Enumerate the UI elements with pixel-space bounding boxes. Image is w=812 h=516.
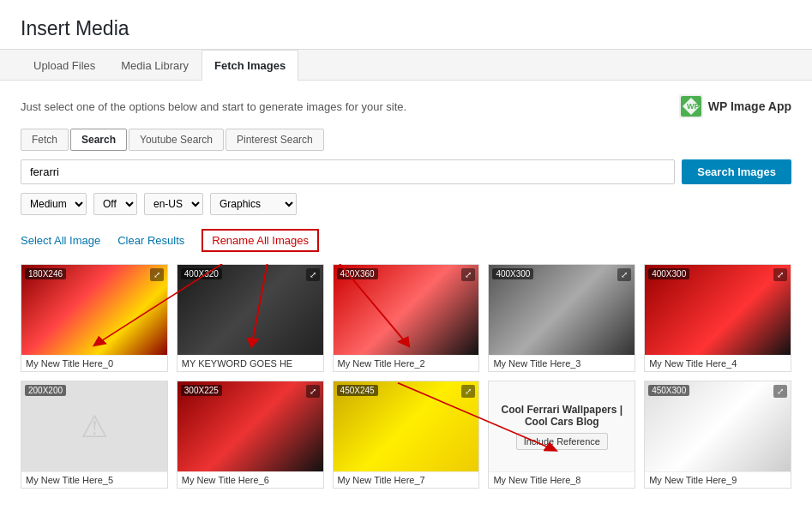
sub-tab-fetch[interactable]: Fetch [21,129,69,151]
size-badge-1: 400X320 [181,268,222,279]
size-badge-7: 450X245 [337,385,378,396]
size-badge-6: 300X225 [181,385,222,396]
size-badge-9: 450X300 [648,385,689,396]
image-label-5: My New Title Here_5 [21,471,167,488]
off-filter[interactable]: Off On [93,193,137,215]
wp-app-label: WP Image App [708,99,791,113]
include-reference-button[interactable]: Include Reference [516,433,608,450]
image-card-1[interactable]: 400X320 ⤢ MY KEYWORD GOES HE [177,264,324,372]
sub-tab-youtube[interactable]: Youtube Search [129,129,224,151]
images-grid: 180X246 ⤢ My New Title Here_0 400X320 ⤢ … [21,264,791,489]
modal-container: Insert Media Upload Files Media Library … [0,0,812,516]
sub-tabs: Fetch Search Youtube Search Pinterest Se… [21,129,791,151]
sub-tab-search[interactable]: Search [70,129,127,151]
select-all-link[interactable]: Select All Image [21,234,100,247]
size-badge-2: 480X360 [337,268,378,279]
image-label-2: My New Title Here_2 [334,355,479,371]
size-badge-3: 400X300 [492,268,533,279]
size-badge-4: 400X300 [648,268,689,279]
svg-text:WP: WP [687,102,700,111]
expand-icon-3: ⤢ [617,268,631,281]
image-label-0: My New Title Here_0 [21,355,167,371]
search-button[interactable]: Search Images [682,159,791,184]
warning-icon-5: ⚠ [81,409,108,445]
filter-row: Medium Small Large XLarge Off On en-US e… [21,193,791,215]
image-card-5[interactable]: 200X200 ⚠ My New Title Here_5 [21,381,168,489]
size-badge-0: 180X246 [25,268,66,279]
wp-image-app: WP WP Image App [679,94,791,118]
image-card-7[interactable]: 450X245 ⤢ My New Title Here_7 [333,381,480,489]
locale-filter[interactable]: en-US en-GB fr-FR [144,193,203,215]
size-badge-5: 200X200 [25,385,66,396]
sub-tab-pinterest[interactable]: Pinterest Search [226,129,324,151]
expand-icon-7: ⤢ [461,385,475,398]
modal-title: Insert Media [0,0,812,50]
image-card-2[interactable]: 480X360 ⤢ My New Title Here_2 [333,264,480,372]
clear-results-link[interactable]: Clear Results [117,234,184,247]
tab-media-library[interactable]: Media Library [108,50,201,81]
search-row: Search Images [21,159,791,184]
expand-icon-9: ⤢ [773,385,787,398]
main-content: Just select one of the options below and… [0,81,812,502]
tooltip-title-8: Cool Ferrari Wallpapers | Cool Cars Blog [497,404,626,428]
expand-icon-6: ⤢ [306,385,320,398]
description-text: Just select one of the options below and… [21,100,406,113]
tabs-bar: Upload Files Media Library Fetch Images [0,50,812,81]
size-filter[interactable]: Medium Small Large XLarge [21,193,87,215]
tab-upload-files[interactable]: Upload Files [21,50,108,81]
image-card-4[interactable]: 400X300 ⤢ My New Title Here_4 [644,264,791,372]
image-card-0[interactable]: 180X246 ⤢ My New Title Here_0 [21,264,168,372]
grid-container: 180X246 ⤢ My New Title Here_0 400X320 ⤢ … [21,264,791,489]
type-filter[interactable]: Graphics All Photo Clipart LineDrawing A… [210,193,297,215]
rename-all-button[interactable]: Rename All Images [201,229,319,252]
image-label-6: My New Title Here_6 [177,471,323,488]
image-card-6[interactable]: 300X225 ⤢ My New Title Here_6 [177,381,324,489]
tab-fetch-images[interactable]: Fetch Images [201,50,298,81]
expand-icon-2: ⤢ [461,268,475,281]
wp-logo-icon: WP [679,94,703,118]
image-label-3: My New Title Here_3 [489,355,635,371]
image-label-4: My New Title Here_4 [645,355,791,371]
image-label-1: MY KEYWORD GOES HE [177,355,323,371]
expand-icon-0: ⤢ [150,268,164,281]
image-card-3[interactable]: 400X300 ⤢ My New Title Here_3 [488,264,635,372]
description-row: Just select one of the options below and… [21,94,791,118]
expand-icon-4: ⤢ [773,268,787,281]
image-label-7: My New Title Here_7 [334,471,479,488]
action-row: Select All Image Clear Results Rename Al… [21,229,791,252]
expand-icon-1: ⤢ [306,268,320,281]
image-label-8: My New Title Here_8 [489,471,635,488]
image-card-9[interactable]: 450X300 ⤢ My New Title Here_9 [644,381,791,489]
image-card-8[interactable]: Cool Ferrari Wallpapers | Cool Cars Blog… [488,381,635,489]
image-label-9: My New Title Here_9 [645,471,791,488]
search-input[interactable] [21,159,675,184]
tooltip-popup-8: Cool Ferrari Wallpapers | Cool Cars Blog… [489,381,635,471]
